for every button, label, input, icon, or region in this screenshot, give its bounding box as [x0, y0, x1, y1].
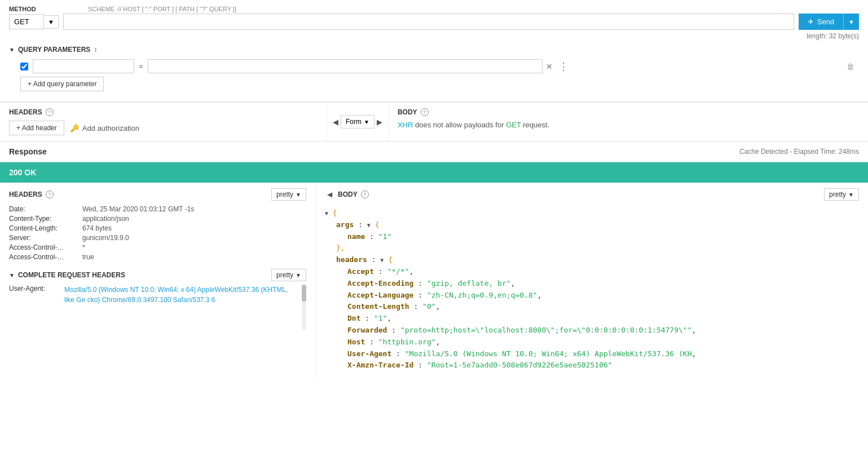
- complete-pretty-arrow: ▼: [296, 272, 301, 278]
- header-row-date: Date: Wed, 25 Mar 2020 01:03:12 GMT -1s: [9, 205, 306, 213]
- json-val-forwarded: "proto=http;host=\"localhost:8080\";for=…: [400, 326, 692, 334]
- add-auth-btn[interactable]: 🔑 Add authorization: [70, 124, 139, 132]
- json-key-dnt: Dnt: [347, 314, 360, 322]
- send-dropdown-arrow[interactable]: ▼: [843, 14, 859, 30]
- dnt-row: Dnt : "1",: [325, 313, 859, 325]
- method-dropdown-arrow[interactable]: ▼: [44, 15, 59, 29]
- root-brace-open: {: [333, 209, 337, 217]
- args-brace-open: {: [375, 220, 380, 229]
- json-val-accept-language: "zh-CN,zh;q=0.9,en;q=0.8": [427, 291, 537, 299]
- header-key-server: Server:: [9, 234, 82, 242]
- send-btn-group: ✈ Send ▼: [799, 14, 859, 30]
- header-val-access-1: *: [82, 243, 85, 251]
- json-key-accept: Accept: [347, 267, 374, 276]
- resp-headers-section: HEADERS ? pretty ▼ Date: Wed, 25 Mar 202…: [0, 183, 316, 379]
- sort-icon: ↕: [94, 46, 97, 54]
- send-button[interactable]: ✈ Send: [799, 14, 843, 30]
- form-label: Form: [346, 118, 362, 126]
- accept-encoding-row: Accept-Encoding : "gzip, deflate, br",: [325, 278, 859, 290]
- param-checkbox[interactable]: [20, 63, 28, 70]
- header-key-access-1: Access-Control-…: [9, 243, 82, 251]
- equals-sign: =: [134, 62, 148, 70]
- add-auth-label: Add authorization: [82, 124, 139, 132]
- add-param-btn[interactable]: + Add query parameter: [20, 77, 104, 91]
- accept-language-row: Accept-Language : "zh-CN,zh;q=0.9,en;q=0…: [325, 290, 859, 302]
- header-row-access-2: Access-Control-… true: [9, 253, 306, 261]
- header-key-content-length: Content-Length:: [9, 224, 82, 232]
- lock-icon: 🔑: [70, 124, 79, 132]
- collapse-root[interactable]: ▼: [325, 210, 328, 216]
- header-val-date: Wed, 25 Mar 2020 01:03:12 GMT -1s: [82, 205, 194, 213]
- complete-pretty-label: pretty: [276, 271, 293, 279]
- collapse-tri[interactable]: ▼: [9, 272, 15, 278]
- delete-row-btn[interactable]: 🗑: [842, 62, 859, 71]
- xhr-text: XHR: [398, 121, 413, 129]
- accept-row: Accept : "*/*",: [325, 266, 859, 278]
- headers-body-area: HEADERS ? + Add header 🔑 Add authorizati…: [0, 102, 868, 141]
- send-label: Send: [817, 17, 834, 26]
- json-colon-headers: :: [372, 255, 381, 264]
- status-bar: 200 OK: [0, 162, 868, 183]
- scheme-label: SCHEME :// HOST [ ":" PORT ] [ PATH [ "?…: [88, 6, 236, 12]
- resp-body-pretty-select[interactable]: pretty ▼: [824, 188, 859, 201]
- resp-body-section: ◀ BODY ? pretty ▼ ▼ { args : ▼ { name :: [316, 183, 868, 379]
- header-row-content-type: Content-Type: application/json: [9, 215, 306, 223]
- json-colon-name: :: [369, 232, 378, 241]
- json-root-brace-open: ▼ {: [325, 207, 859, 219]
- complete-req-headers: ▼ COMPLETE REQUEST HEADERS pretty ▼ User…: [9, 269, 306, 330]
- response-sections: HEADERS ? pretty ▼ Date: Wed, 25 Mar 202…: [0, 183, 868, 379]
- trace-row: X-Amzn-Trace-Id : "Root=1-5e7aadd0-508e8…: [325, 360, 859, 371]
- headers-actions: + Add header 🔑 Add authorization: [9, 121, 318, 135]
- method-select[interactable]: GET POST PUT DELETE: [9, 14, 44, 29]
- header-key-content-type: Content-Type:: [9, 215, 82, 223]
- resp-pretty-arrow: ▼: [296, 192, 301, 198]
- resp-headers-help-icon[interactable]: ?: [46, 191, 54, 198]
- body-title-row: BODY ?: [398, 108, 859, 116]
- param-more-btn[interactable]: ⋮: [556, 60, 571, 73]
- body-note: XHR does not allow payloads for GET requ…: [398, 121, 859, 129]
- forwarded-row: Forwarded : "proto=http;host=\"localhost…: [325, 325, 859, 336]
- header-val-server: gunicorn/19.9.0: [82, 234, 129, 242]
- form-select-btn[interactable]: Form ▼: [341, 115, 374, 129]
- headers-help-icon[interactable]: ?: [46, 108, 54, 116]
- resp-body-pretty-label: pretty: [829, 191, 846, 198]
- resp-nav-left-arrow[interactable]: ◀: [325, 189, 334, 200]
- response-header-bar: Response Cache Detected - Elapsed Time: …: [0, 141, 868, 162]
- param-name-input[interactable]: name: [33, 59, 134, 73]
- nav-right-arrow[interactable]: ▶: [374, 117, 385, 127]
- collapse-headers[interactable]: ▼: [380, 257, 384, 263]
- body-note-middle: does not allow payloads for: [413, 121, 506, 129]
- headers-brace-open: {: [388, 255, 393, 264]
- content-length-row: Content-Length : "0",: [325, 301, 859, 313]
- query-params-label: QUERY PARAMETERS: [18, 46, 90, 54]
- resp-headers-title-row: HEADERS ? pretty ▼: [9, 188, 306, 201]
- query-param-row: name = 1 ✕ ⋮ 🗑: [20, 59, 859, 73]
- nav-left-arrow[interactable]: ◀: [331, 117, 341, 127]
- json-key-args: args: [336, 220, 354, 229]
- param-value-input[interactable]: 1: [148, 59, 543, 73]
- scrollbar-thumb[interactable]: [302, 285, 306, 302]
- header-key-access-2: Access-Control-…: [9, 253, 82, 261]
- complete-req-title-row: ▼ COMPLETE REQUEST HEADERS pretty ▼: [9, 269, 306, 281]
- json-key-name: name: [347, 232, 365, 241]
- json-val-accept: "*/*": [387, 267, 409, 276]
- json-colon-args: :: [358, 220, 367, 229]
- query-params-section: ▼ QUERY PARAMETERS ↕ name = 1 ✕ ⋮ 🗑 + Ad…: [9, 43, 859, 96]
- form-dropdown-arrow: ▼: [364, 119, 369, 125]
- body-help-icon[interactable]: ?: [421, 108, 429, 116]
- resp-body-help-icon[interactable]: ?: [361, 191, 369, 198]
- headers-title-row: HEADERS ?: [9, 108, 318, 116]
- json-key-headers: headers: [336, 255, 367, 264]
- param-clear-btn[interactable]: ✕: [543, 62, 556, 71]
- scrollbar-track[interactable]: [302, 285, 306, 330]
- collapse-args[interactable]: ▼: [367, 222, 371, 228]
- add-header-btn[interactable]: + Add header: [9, 121, 64, 135]
- query-params-header[interactable]: ▼ QUERY PARAMETERS ↕: [9, 43, 859, 56]
- json-val-content-length: "0": [422, 302, 435, 311]
- method-selector[interactable]: GET POST PUT DELETE ▼: [9, 14, 59, 29]
- complete-pretty-select[interactable]: pretty ▼: [271, 269, 306, 281]
- header-row-content-length: Content-Length: 674 bytes: [9, 224, 306, 232]
- args-row: args : ▼ {: [325, 219, 859, 231]
- url-input[interactable]: http://localhost:8080/get?name=1: [63, 14, 794, 30]
- resp-pretty-select[interactable]: pretty ▼: [271, 188, 306, 201]
